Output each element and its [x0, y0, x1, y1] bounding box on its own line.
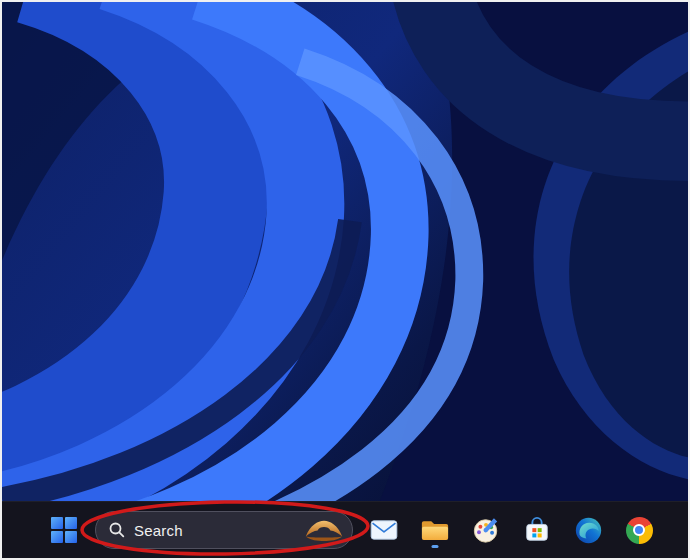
folder-icon — [420, 518, 450, 543]
wallpaper-image — [2, 2, 688, 501]
chrome-browser-icon — [626, 517, 653, 544]
windows-logo-icon — [51, 517, 77, 543]
edge-browser-icon — [575, 517, 602, 544]
paint-palette-icon — [472, 516, 500, 544]
taskbar-app-chrome[interactable] — [619, 510, 659, 550]
search-icon — [109, 522, 125, 538]
search-box[interactable]: Search — [95, 511, 353, 549]
taskbar-app-edge[interactable] — [568, 510, 608, 550]
running-indicator — [432, 545, 439, 548]
store-bag-icon — [524, 516, 550, 544]
start-button[interactable] — [44, 510, 84, 550]
desktop: Search — [0, 0, 690, 560]
taskbar-app-store[interactable] — [517, 510, 557, 550]
mail-icon — [370, 519, 398, 541]
search-highlight-image[interactable] — [303, 518, 345, 542]
taskbar-app-file-explorer[interactable] — [415, 510, 455, 550]
search-placeholder: Search — [134, 522, 183, 539]
taskbar-app-mail[interactable] — [364, 510, 404, 550]
taskbar-app-paint[interactable] — [466, 510, 506, 550]
taskbar: Search — [2, 501, 688, 558]
